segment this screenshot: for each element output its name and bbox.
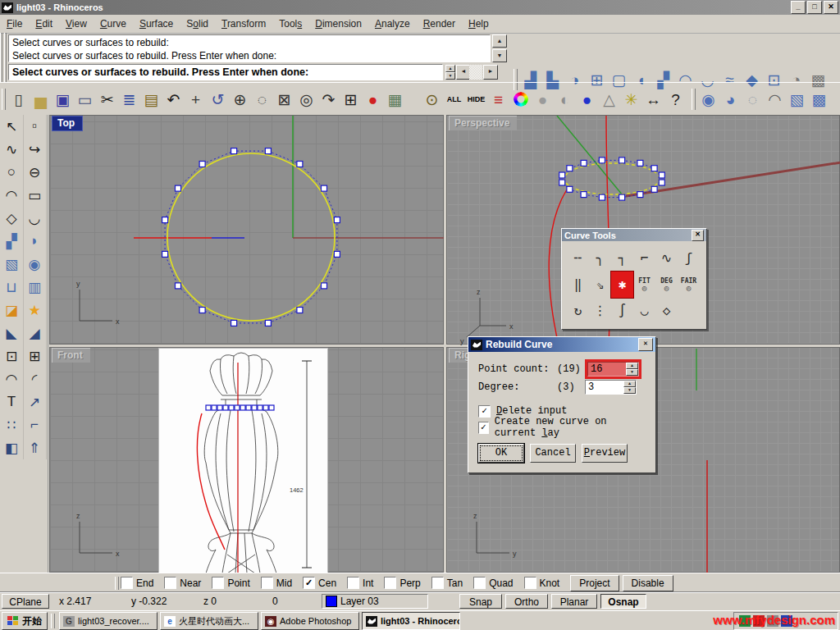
solid-sphere[interactable]: ◉ bbox=[23, 253, 47, 276]
extend-curve[interactable]: ╮ bbox=[589, 245, 611, 272]
menu-surface[interactable]: Surface bbox=[133, 16, 180, 32]
scroll-right-button[interactable]: ► bbox=[483, 65, 498, 80]
close-curve[interactable]: ʃ bbox=[678, 245, 700, 272]
cancel-button[interactable]: Cancel bbox=[530, 444, 576, 463]
taskbar-item[interactable]: light03 - Rhinoceros bbox=[362, 612, 460, 630]
edit-control-points[interactable]: ⊡ bbox=[0, 345, 24, 368]
undo-view-change[interactable]: ↷ bbox=[317, 88, 340, 111]
menu-solid[interactable]: Solid bbox=[180, 16, 215, 32]
sphere[interactable]: ◉ bbox=[697, 88, 719, 111]
preview-button[interactable]: Preview bbox=[582, 444, 628, 463]
toolbar-grip[interactable] bbox=[4, 33, 7, 82]
extrude-straight[interactable]: ⇑ bbox=[23, 436, 47, 459]
move-control-point[interactable]: ↗ bbox=[23, 390, 47, 413]
adjust-seam[interactable]: ↻ bbox=[567, 298, 589, 324]
color-wheel[interactable] bbox=[509, 88, 532, 111]
surface-bend[interactable]: ◗ bbox=[23, 230, 47, 253]
maximize-button[interactable]: □ bbox=[807, 1, 822, 14]
polygon-center[interactable]: ◇ bbox=[0, 207, 24, 230]
fit-curve[interactable]: FIT◎ bbox=[633, 272, 655, 298]
box[interactable]: ▧ bbox=[786, 88, 808, 111]
degree-input[interactable]: 3 bbox=[586, 381, 623, 394]
fair-curve[interactable]: FAIR◎ bbox=[678, 272, 700, 298]
curve-boolean[interactable]: ◪ bbox=[0, 299, 24, 322]
dimension-tool[interactable]: ↔ bbox=[642, 88, 664, 111]
detail-viewport[interactable]: ▥ bbox=[23, 276, 47, 299]
solid-cylinder[interactable]: ⊔ bbox=[0, 276, 24, 299]
move-points[interactable]: ⇘ bbox=[589, 272, 611, 298]
minimize-button[interactable]: _ bbox=[791, 1, 806, 14]
match-curve[interactable]: ╌ bbox=[567, 245, 589, 272]
edit-frame[interactable]: ⊞ bbox=[23, 345, 47, 368]
front-viewport-canvas[interactable]: 1462 z x bbox=[50, 348, 445, 573]
fillet-corner[interactable]: ┐ bbox=[611, 245, 633, 272]
curve-handles[interactable]: ↪ bbox=[23, 138, 47, 161]
explode[interactable]: ★ bbox=[23, 299, 47, 322]
box-corner[interactable]: ▩ bbox=[808, 88, 830, 111]
create-new-curve-checkbox[interactable]: ✓ bbox=[478, 422, 489, 434]
ellipse-center[interactable]: ⊖ bbox=[23, 161, 47, 184]
osnap-near-checkbox[interactable] bbox=[164, 577, 176, 589]
viewport-layout[interactable]: ⊞ bbox=[340, 88, 362, 111]
toolbar-grip[interactable] bbox=[2, 89, 6, 110]
osnap-knot-checkbox[interactable] bbox=[524, 577, 536, 589]
menu-tools[interactable]: Tools bbox=[272, 16, 308, 32]
sphere-section[interactable]: ◕ bbox=[719, 88, 742, 111]
command-history[interactable]: Select curves or surfaces to rebuild: Se… bbox=[8, 34, 491, 62]
split[interactable]: ◢ bbox=[23, 322, 47, 345]
zoom-dynamic[interactable]: ⊕ bbox=[229, 88, 251, 111]
menu-transform[interactable]: Transform bbox=[215, 16, 272, 32]
curve-tools-titlebar[interactable]: Curve Tools ✕ bbox=[562, 229, 706, 241]
adjustable-blend[interactable]: ∿ bbox=[655, 245, 678, 272]
curve-interpolate[interactable]: ∿ bbox=[0, 138, 24, 161]
options-gear[interactable]: ✳ bbox=[620, 88, 642, 111]
text-object[interactable]: T bbox=[0, 390, 24, 413]
scroll-up-button[interactable]: ▲ bbox=[492, 34, 507, 48]
degree-spinner[interactable]: ▲▼ bbox=[623, 381, 636, 394]
command-prompt[interactable]: Select curves or surfaces to rebuild. Pr… bbox=[8, 64, 443, 80]
export-selected[interactable]: ▭ bbox=[74, 88, 96, 111]
menu-analyze[interactable]: Analyze bbox=[368, 16, 417, 32]
top-viewport-canvas[interactable]: yx bbox=[50, 116, 445, 345]
taskbar-item[interactable]: Glight03_recover.... bbox=[59, 612, 158, 630]
adjust-end-bulge[interactable]: ◠ bbox=[0, 368, 24, 390]
osnap-end-checkbox[interactable] bbox=[121, 577, 133, 589]
osnap-int-checkbox[interactable] bbox=[347, 577, 359, 589]
spotlight[interactable]: △ bbox=[598, 88, 620, 111]
title-bar[interactable]: light03 - Rhinoceros _ □ ✕ bbox=[0, 0, 840, 15]
rebuild-curve-dialog[interactable]: Rebuild Curve ✕ Point count: (19) 16 ▲▼ … bbox=[468, 336, 656, 473]
smooth-curve[interactable]: ∫ bbox=[611, 298, 633, 324]
viewport-front[interactable]: Front bbox=[49, 347, 444, 573]
open-file[interactable]: ▅ bbox=[30, 88, 52, 111]
handle-editor[interactable]: ◡ bbox=[633, 298, 655, 324]
scroll-down-button[interactable]: ▼ bbox=[492, 49, 507, 62]
layer-pane[interactable]: Layer 03 bbox=[322, 594, 428, 609]
point-deviation[interactable]: ◇ bbox=[655, 298, 678, 324]
menu-edit[interactable]: Edit bbox=[29, 16, 59, 32]
curve-fillet[interactable]: ◡ bbox=[23, 207, 47, 230]
cone-corner[interactable]: ◠ bbox=[764, 88, 786, 111]
point-cloud[interactable]: ∷ bbox=[0, 413, 24, 436]
prompt-spinner[interactable]: ▲ ▼ bbox=[445, 65, 455, 80]
render-mesh-settings[interactable]: ▦ bbox=[384, 88, 406, 111]
ok-button[interactable]: OK bbox=[478, 444, 524, 463]
curve-tools-close-icon[interactable]: ✕ bbox=[692, 230, 704, 241]
point-object[interactable]: ⊙ bbox=[421, 88, 443, 111]
zoom-window[interactable]: ◌ bbox=[251, 88, 273, 111]
ortho-toggle[interactable]: Ortho bbox=[505, 594, 548, 609]
osnap-tan-checkbox[interactable] bbox=[431, 577, 444, 589]
solid-box[interactable]: ▧ bbox=[0, 253, 24, 276]
render[interactable]: ● bbox=[532, 88, 554, 111]
taskbar-item[interactable]: e火星时代动画大... bbox=[160, 612, 258, 630]
close-button[interactable]: ✕ bbox=[824, 1, 838, 14]
toolbar-grip[interactable] bbox=[0, 33, 2, 82]
render-preview[interactable]: ◐ bbox=[554, 88, 576, 111]
point-count-spinner[interactable]: ▲▼ bbox=[626, 363, 638, 376]
menu-help[interactable]: Help bbox=[462, 16, 495, 32]
toolbar-grip[interactable] bbox=[692, 89, 696, 110]
menu-curve[interactable]: Curve bbox=[94, 16, 133, 32]
rebuild-dotted[interactable]: ◜ bbox=[23, 368, 47, 390]
edit-layers[interactable]: ≡ bbox=[487, 88, 509, 111]
undo[interactable]: ↶ bbox=[162, 88, 185, 111]
change-degree[interactable]: DEG◎ bbox=[655, 272, 678, 298]
